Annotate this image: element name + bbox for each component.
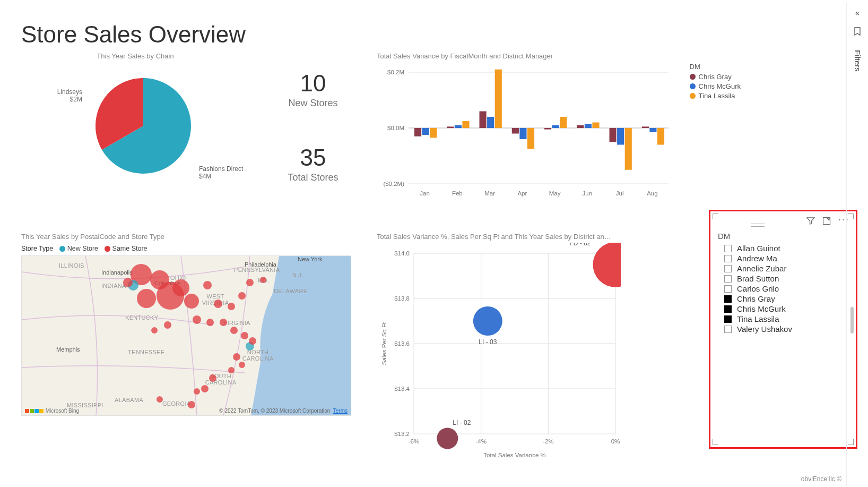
svg-rect-41 [657, 128, 664, 145]
expand-pane-icon[interactable]: « [855, 8, 860, 17]
slicer-item[interactable]: Chris Gray [724, 294, 849, 303]
map-bubble[interactable] [157, 396, 163, 403]
svg-rect-15 [447, 126, 454, 128]
map-bubble[interactable] [203, 281, 212, 289]
map-bubble[interactable] [172, 279, 189, 296]
svg-point-61 [437, 428, 458, 449]
slicer-item[interactable]: Carlos Grilo [724, 284, 849, 293]
svg-text:Fashions Direct: Fashions Direct [199, 165, 244, 173]
drag-grip-icon[interactable] [751, 224, 765, 227]
filters-pane-collapsed[interactable]: « Filters [846, 3, 868, 486]
map-bubble[interactable] [209, 374, 216, 382]
checkbox[interactable] [724, 265, 732, 272]
map-bubble[interactable] [228, 367, 235, 373]
svg-text:FD - 02: FD - 02 [569, 243, 591, 247]
legend-same-store[interactable]: Same Store [112, 245, 147, 252]
svg-rect-37 [625, 128, 632, 170]
svg-text:May: May [549, 190, 561, 196]
map-bubble[interactable] [137, 289, 156, 308]
svg-text:-4%: -4% [475, 438, 486, 445]
checkbox[interactable] [724, 326, 732, 333]
svg-text:Sales Per Sq Ft: Sales Per Sq Ft [381, 322, 387, 365]
svg-rect-32 [585, 124, 592, 128]
svg-text:($0.2M): ($0.2M) [383, 181, 404, 187]
svg-rect-25 [527, 128, 534, 149]
map-bubble[interactable] [239, 362, 245, 368]
map-bubble[interactable] [123, 278, 133, 287]
footer-credit: obviEnce llc © [801, 475, 841, 483]
slicer-item[interactable]: Tina Lassila [724, 314, 849, 323]
map-title: This Year Sales by PostalCode and Store … [21, 233, 361, 241]
legend-item-tina-lassila[interactable]: Tina Lassila [690, 92, 741, 100]
kpi-new-stores-label: New Stores [288, 98, 337, 109]
map-bubble[interactable] [260, 277, 266, 283]
checkbox[interactable] [724, 315, 732, 323]
kpi-total-stores[interactable]: 35 Total Stores [288, 144, 338, 183]
svg-text:-2%: -2% [543, 438, 553, 445]
svg-text:LI - 02: LI - 02 [453, 419, 471, 426]
checkbox[interactable] [724, 305, 732, 313]
slicer-item[interactable]: Valery Ushakov [724, 324, 849, 334]
checkbox[interactable] [724, 255, 732, 262]
checkbox[interactable] [724, 275, 732, 283]
slicer-item[interactable]: Annelie Zubar [724, 264, 849, 273]
svg-rect-11 [414, 128, 421, 136]
slicer-item[interactable]: Brad Sutton [724, 274, 849, 283]
svg-text:$13.8: $13.8 [394, 295, 410, 302]
slicer-item[interactable]: Allan Guinot [724, 244, 849, 253]
slicer-item[interactable]: Chris McGurk [724, 304, 849, 313]
bar-chart-svg: ($0.2M)$0.0M$0.2MJanFebMarAprMayJunJulAu… [377, 62, 695, 221]
page-title: Store Sales Overview [21, 21, 746, 48]
svg-text:$13.2: $13.2 [394, 431, 410, 437]
bookmark-icon[interactable] [853, 27, 862, 38]
map-bubble[interactable] [201, 385, 209, 392]
map-attribution: © 2022 TomTom, © 2023 Microsoft Corporat… [219, 408, 348, 414]
map-bubble[interactable] [228, 303, 235, 310]
svg-rect-19 [480, 112, 487, 129]
map-bubble[interactable] [249, 337, 256, 345]
map-bubble[interactable] [164, 321, 171, 329]
map-bubble[interactable] [220, 319, 227, 326]
map-bubble[interactable] [206, 319, 214, 326]
slicer-item[interactable]: Andrew Ma [724, 254, 849, 263]
checkbox[interactable] [724, 245, 732, 252]
map-canvas[interactable]: Microsoft Bing © 2022 TomTom, © 2023 Mic… [21, 255, 351, 416]
map-tile[interactable]: This Year Sales by PostalCode and Store … [21, 233, 361, 416]
svg-text:Mar: Mar [484, 190, 495, 196]
map-bubble[interactable] [151, 327, 158, 334]
kpi-new-stores[interactable]: 10 New Stores [288, 70, 337, 109]
svg-text:Apr: Apr [517, 190, 527, 196]
slicer-item-label: Brad Sutton [737, 274, 779, 283]
map-bubble[interactable] [184, 294, 199, 309]
slicer-item-label: Andrew Ma [737, 254, 777, 263]
map-bubble[interactable] [246, 279, 254, 286]
slicer-dm[interactable]: ··· DM Allan GuinotAndrew MaAnnelie Zuba… [709, 210, 857, 449]
map-bubble[interactable] [233, 353, 240, 361]
legend-new-store[interactable]: New Store [67, 245, 98, 252]
checkbox[interactable] [724, 285, 732, 293]
map-bubble[interactable] [194, 388, 200, 395]
map-bubble[interactable] [214, 300, 222, 308]
svg-rect-23 [512, 128, 519, 134]
kpi-total-stores-value: 35 [288, 144, 338, 171]
legend-item-chris-gray[interactable]: Chris Gray [690, 73, 741, 81]
svg-rect-31 [577, 125, 584, 128]
pie-chart-tile[interactable]: This Year Sales by Chain Lindseys $2M Fa… [21, 52, 249, 201]
map-bubble[interactable] [238, 292, 246, 300]
map-bubble[interactable] [188, 401, 195, 408]
map-terms-link[interactable]: Terms [333, 408, 348, 414]
svg-rect-39 [642, 126, 649, 128]
filter-icon[interactable] [806, 217, 815, 227]
map-bubble[interactable] [241, 332, 248, 339]
map-legend: Store Type New Store Same Store [21, 245, 361, 252]
focus-mode-icon[interactable] [822, 217, 831, 227]
checkbox[interactable] [724, 295, 732, 303]
map-bubble[interactable] [193, 315, 201, 324]
bar-chart-tile[interactable]: Total Sales Variance by FiscalMonth and … [377, 52, 746, 211]
slicer-item-label: Carlos Grilo [737, 284, 779, 293]
svg-text:Total Sales Variance %: Total Sales Variance % [483, 452, 545, 458]
map-bubble[interactable] [230, 327, 238, 334]
legend-item-chris-mcgurk[interactable]: Chris McGurk [690, 82, 741, 90]
svg-rect-28 [552, 125, 559, 128]
scatter-tile[interactable]: Total Sales Variance %, Sales Per Sq Ft … [377, 233, 621, 468]
